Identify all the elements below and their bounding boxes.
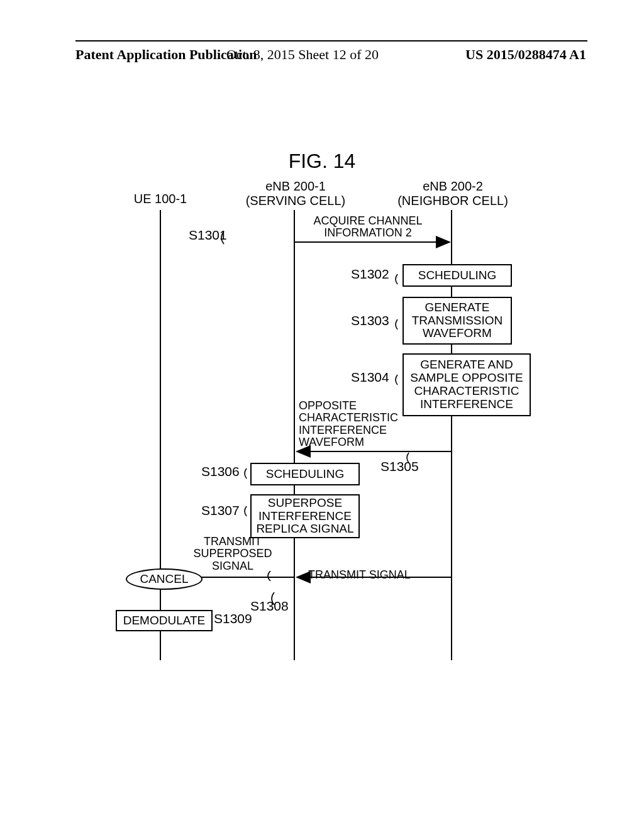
step-s1309-id: S1309	[214, 611, 252, 626]
step-s1304-id: S1304	[351, 370, 389, 385]
step-s1307-id: S1307	[201, 503, 240, 518]
step-s1303-box: GENERATE TRANSMISSION WAVEFORM	[402, 297, 512, 345]
step-s1307-box: SUPERPOSE INTERFERENCE REPLICA SIGNAL	[250, 494, 360, 538]
step-s1302-id: S1302	[351, 267, 389, 282]
step-s1305-msg: OPPOSITE CHARACTERISTIC INTERFERENCE WAV…	[299, 400, 412, 449]
step-s1308-id: S1308	[250, 599, 289, 614]
step-s1303-id: S1303	[351, 313, 389, 328]
step-s1306-id: S1306	[201, 464, 240, 479]
step-s1305-id: S1305	[380, 459, 419, 474]
step-s1302-box: SCHEDULING	[402, 264, 512, 287]
step-s1308-msg-b: TRANSMIT SIGNAL	[308, 569, 434, 581]
step-s1304-box: GENERATE AND SAMPLE OPPOSITE CHARACTERIS…	[402, 353, 531, 416]
step-s1301-id: S1301	[189, 228, 227, 243]
step-s1309-box: DEMODULATE	[116, 610, 213, 631]
step-s1301-msg: ACQUIRE CHANNEL INFORMATION 2	[302, 215, 434, 240]
step-s1308-msg-a: TRANSMIT SUPERPOSED SIGNAL	[189, 536, 277, 572]
step-s1306-box: SCHEDULING	[250, 463, 360, 485]
cancel-ellipse: CANCEL	[126, 568, 203, 590]
